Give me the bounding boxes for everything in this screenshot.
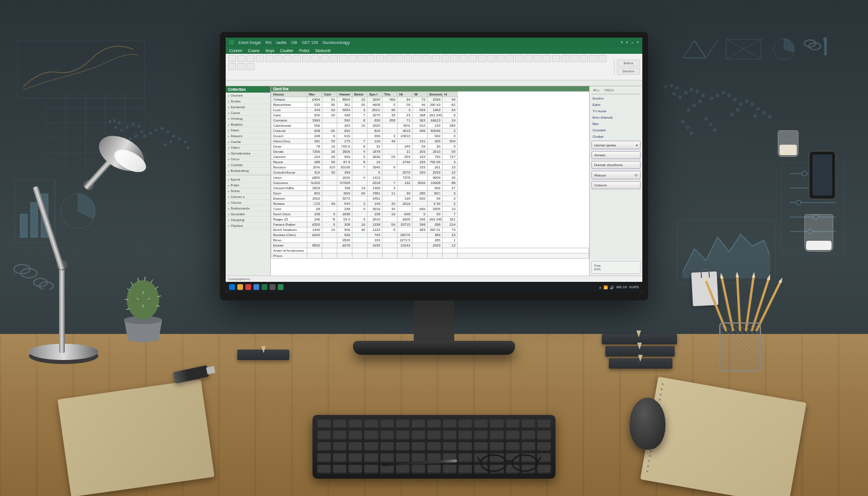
cell[interactable]: 208 [337,222,352,227]
nav-item[interactable]: Conoru s [226,194,270,200]
cell[interactable]: 23 [398,113,413,118]
cell[interactable]: 225 [413,160,428,165]
cell[interactable]: 30 [322,170,337,175]
ribbon-button[interactable] [274,55,282,62]
cell[interactable] [322,243,337,248]
cell[interactable]: Bocaton [271,165,307,170]
ribbon-button[interactable] [432,55,440,62]
menu-item[interactable]: Connm [229,49,242,53]
cell[interactable]: 599 [337,155,352,160]
cell[interactable]: 8 [352,118,367,123]
cell[interactable]: 3 [352,217,367,222]
cell[interactable]: Rages 22 [271,217,307,222]
cell[interactable]: 3345 [367,165,382,170]
panel-button-4[interactable]: Rtiauon⟳ [591,171,641,179]
cell[interactable]: 2016 [398,201,413,207]
cell[interactable] [337,253,352,259]
ribbon-button[interactable] [450,55,458,62]
cell[interactable] [322,118,337,123]
cell[interactable]: 9 [382,165,398,170]
cell[interactable]: 3506 [337,149,352,155]
cell[interactable] [322,207,337,212]
cell[interactable]: 906 [428,186,443,191]
cell[interactable] [382,196,398,201]
taskbar-app-1[interactable] [237,284,243,290]
cell[interactable] [352,253,367,259]
cell[interactable]: 1363 [428,108,443,113]
cell[interactable]: 55 [322,139,337,144]
panel-link[interactable]: Doctnn [591,96,641,101]
cell[interactable]: 19 [367,160,382,165]
cell[interactable]: 10 [322,227,337,233]
start-icon[interactable] [229,284,235,290]
cell[interactable]: 4 [352,207,367,212]
cell[interactable]: Gocuress [271,181,307,186]
cell[interactable]: 22 [443,170,458,175]
nav-item[interactable]: Ctterv [226,145,270,150]
cell[interactable]: 2020 [413,181,428,186]
cell[interactable] [367,253,382,259]
ribbon-button[interactable] [339,55,347,62]
column-header[interactable]: Sononso [428,92,443,97]
ribbon-button[interactable] [247,55,255,62]
cell[interactable]: 95 [352,102,367,108]
cell[interactable]: Calznboces [271,123,307,128]
cell[interactable]: 30C [428,191,443,196]
cell[interactable]: 3270 [367,113,382,118]
cell[interactable]: 580 [443,123,458,128]
cell[interactable]: 5 [367,170,382,175]
cell[interactable]: 238 [307,212,322,217]
cell[interactable]: 3 [443,196,458,201]
nav-item[interactable]: Gersalonnee [226,150,270,156]
cell[interactable]: 500 [307,113,322,118]
cell[interactable]: 2002 [307,196,322,201]
cell[interactable] [322,186,337,191]
cell[interactable] [382,248,398,253]
cell[interactable]: 3500 [337,238,352,243]
cell[interactable]: 150 [428,123,443,128]
cell[interactable]: 23 [443,165,458,170]
ribbon-button[interactable] [496,55,505,62]
cell[interactable]: 0 [443,144,458,149]
cell[interactable]: 7 [352,165,367,170]
cell[interactable]: 006 [367,134,382,139]
ribbon-button[interactable] [265,55,273,62]
cell[interactable] [413,253,428,259]
cell[interactable] [413,186,428,191]
cell[interactable]: 87 9 [337,160,352,165]
ribbon-button[interactable] [330,55,338,62]
cell[interactable]: 1 [443,238,458,243]
nav-item[interactable]: Cicono [226,200,270,205]
tray-clock[interactable]: 260 19 [616,285,627,289]
nav-item[interactable]: Orrun [226,156,270,162]
cell[interactable]: 63 [322,108,337,113]
cell[interactable]: 3016 [367,207,382,212]
ribbon-button[interactable] [228,55,236,62]
panel-link[interactable]: Convartt [591,128,641,133]
cell[interactable]: Dson [271,191,307,196]
panel-link[interactable]: Tn hvore [591,109,641,113]
cell[interactable] [413,233,428,238]
cell[interactable]: 2039 [428,97,443,102]
panel-link[interactable]: Ersn Arterork [591,115,641,120]
cell[interactable]: 4 [352,175,367,181]
cell[interactable]: 46 [413,102,428,108]
cell[interactable]: 2509 [307,186,322,191]
cell[interactable]: 00 [322,113,337,118]
cell[interactable] [413,238,428,243]
cell[interactable]: 363 [413,118,428,123]
ribbon-button[interactable] [228,63,236,70]
cell[interactable]: 2070 [398,170,413,175]
cell[interactable] [382,217,398,222]
maximize-icon[interactable]: ∧ [626,40,628,45]
cell[interactable]: 80046 [428,128,443,134]
cell[interactable]: 339 [337,170,352,175]
cell[interactable] [322,248,337,253]
cell[interactable]: 0 [382,102,398,108]
nav-item[interactable]: Dontentic [226,104,270,110]
cell[interactable] [322,181,337,186]
cell[interactable]: 7 [352,139,367,144]
cell[interactable] [382,160,398,165]
cell[interactable]: 88 [443,181,458,186]
cell[interactable]: 20% [307,165,322,170]
